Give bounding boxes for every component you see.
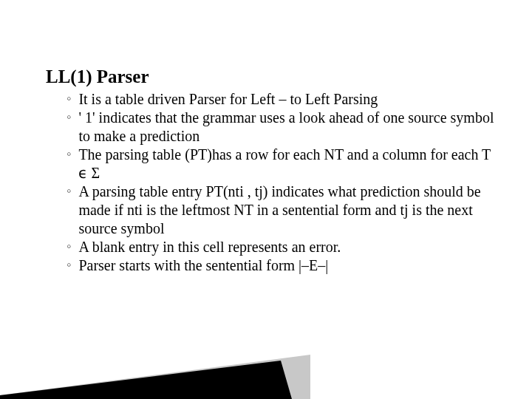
svg-marker-1 (0, 361, 292, 399)
list-item: ◦ ' 1' indicates that the grammar uses a… (66, 109, 495, 146)
svg-marker-0 (0, 355, 310, 399)
slide-content: LL(1) Parser ◦ It is a table driven Pars… (0, 0, 532, 275)
slide-title: LL(1) Parser (46, 66, 149, 87)
list-item: ◦ The parsing table (PT)has a row for ea… (66, 146, 495, 183)
bullet-icon: ◦ (66, 90, 71, 107)
bullet-list: ◦ It is a table driven Parser for Left –… (66, 90, 495, 275)
bullet-text: A blank entry in this cell represents an… (78, 238, 341, 256)
bullet-icon: ◦ (66, 146, 71, 163)
list-item: ◦ Parser starts with the sentential form… (66, 256, 495, 275)
bullet-icon: ◦ (66, 256, 71, 273)
bullet-icon: ◦ (66, 109, 71, 126)
bullet-text: Parser starts with the sentential form |… (78, 256, 328, 275)
list-item: ◦ A parsing table entry PT(nti , tj) ind… (66, 183, 495, 238)
bullet-icon: ◦ (66, 183, 71, 200)
title-row: LL(1) Parser (37, 66, 495, 87)
bullet-text: ' 1' indicates that the grammar uses a l… (78, 109, 495, 146)
bullet-text: The parsing table (PT)has a row for each… (78, 146, 495, 183)
bullet-text: It is a table driven Parser for Left – t… (78, 90, 378, 109)
list-item: ◦ A blank entry in this cell represents … (66, 238, 495, 256)
slide-decoration (0, 325, 532, 399)
bullet-text: A parsing table entry PT(nti , tj) indic… (78, 183, 495, 238)
list-item: ◦ It is a table driven Parser for Left –… (66, 90, 495, 109)
bullet-icon: ◦ (66, 238, 71, 255)
